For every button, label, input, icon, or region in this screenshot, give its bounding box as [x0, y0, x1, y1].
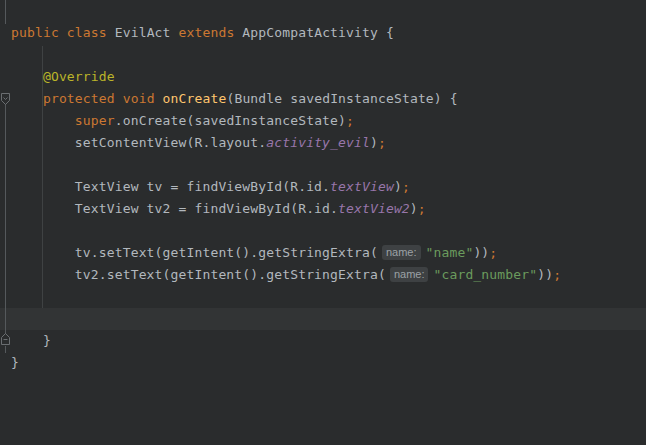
code-line[interactable]: tv.setText(getIntent().getStringExtra(na…: [0, 242, 646, 264]
code-line[interactable]: TextView tv = findViewById(R.id.textView…: [0, 176, 646, 198]
fold-range-line-bottom: [5, 346, 6, 353]
code-line[interactable]: super.onCreate(savedInstanceState);: [0, 110, 646, 132]
code-line[interactable]: [0, 44, 646, 66]
parameter-hint-pill: name:: [390, 267, 429, 282]
code-token-pl: TextView tv2 = findViewById(R.id.: [11, 201, 338, 216]
code-token-kw: class: [67, 25, 107, 40]
fold-range-line: [5, 104, 6, 334]
code-token-pl: ): [410, 201, 418, 216]
code-token-str: "name": [426, 245, 474, 260]
code-token-pl: .onCreate(savedInstanceState): [115, 113, 346, 128]
code-token-pl: [115, 91, 123, 106]
fold-range-line-top: [5, 0, 6, 24]
code-token-semi: ;: [418, 201, 426, 216]
code-token-fld: textView2: [338, 201, 410, 216]
code-token-semi: ;: [378, 135, 386, 150]
code-token-ann: @Override: [43, 69, 115, 84]
fold-collapse-end-icon[interactable]: [0, 332, 11, 346]
code-token-kw: public: [11, 25, 59, 40]
code-token-pl: [11, 113, 75, 128]
code-line[interactable]: public class EvilAct extends AppCompatAc…: [0, 22, 646, 44]
code-line[interactable]: }: [0, 330, 646, 352]
code-token-semi: ;: [489, 245, 497, 260]
code-token-kw: protected: [43, 91, 115, 106]
code-line[interactable]: }: [0, 352, 646, 374]
code-token-pl: }: [11, 333, 51, 348]
code-token-pl: EvilAct: [107, 25, 179, 40]
code-line[interactable]: protected void onCreate(Bundle savedInst…: [0, 88, 646, 110]
fold-collapse-start-icon[interactable]: [0, 92, 11, 106]
code-token-pl: tv.setText(getIntent().getStringExtra(: [11, 245, 378, 260]
code-line-current[interactable]: [0, 308, 646, 330]
parameter-hint-pill: name:: [382, 245, 421, 260]
code-token-semi: ;: [553, 267, 561, 282]
code-line[interactable]: [0, 286, 646, 308]
code-line[interactable]: @Override: [0, 66, 646, 88]
code-line[interactable]: [0, 154, 646, 176]
code-editor[interactable]: public class EvilAct extends AppCompatAc…: [0, 0, 646, 445]
code-token-pl: }: [11, 355, 19, 370]
code-line[interactable]: setContentView(R.layout.activity_evil);: [0, 132, 646, 154]
code-token-pl: tv2.setText(getIntent().getStringExtra(: [11, 267, 386, 282]
code-token-pl: TextView tv = findViewById(R.id.: [11, 179, 330, 194]
code-token-semi: ;: [346, 113, 354, 128]
code-line[interactable]: TextView tv2 = findViewById(R.id.textVie…: [0, 198, 646, 220]
code-line[interactable]: [0, 220, 646, 242]
code-lines: public class EvilAct extends AppCompatAc…: [0, 0, 646, 374]
code-line[interactable]: [0, 0, 646, 22]
code-token-pl: [155, 91, 163, 106]
code-token-pl: AppCompatActivity {: [234, 25, 394, 40]
code-token-kw: void: [123, 91, 155, 106]
code-token-str: "card_number": [433, 267, 537, 282]
code-token-pl: setContentView(R.layout.: [11, 135, 266, 150]
code-token-kw: extends: [179, 25, 235, 40]
code-token-fld: activity_evil: [266, 135, 370, 150]
code-token-fld: textView: [330, 179, 394, 194]
code-token-pl: (Bundle savedInstanceState) {: [226, 91, 457, 106]
code-token-pl: [59, 25, 67, 40]
code-token-mdecl: onCreate: [163, 91, 227, 106]
code-token-semi: ;: [402, 179, 410, 194]
code-token-pl: ): [394, 179, 402, 194]
code-line[interactable]: tv2.setText(getIntent().getStringExtra(n…: [0, 264, 646, 286]
code-token-pl: ): [370, 135, 378, 150]
code-token-pl: [11, 69, 43, 84]
code-token-kw: super: [75, 113, 115, 128]
code-token-pl: [11, 91, 43, 106]
code-token-pl: )): [537, 267, 553, 282]
code-token-pl: )): [473, 245, 489, 260]
